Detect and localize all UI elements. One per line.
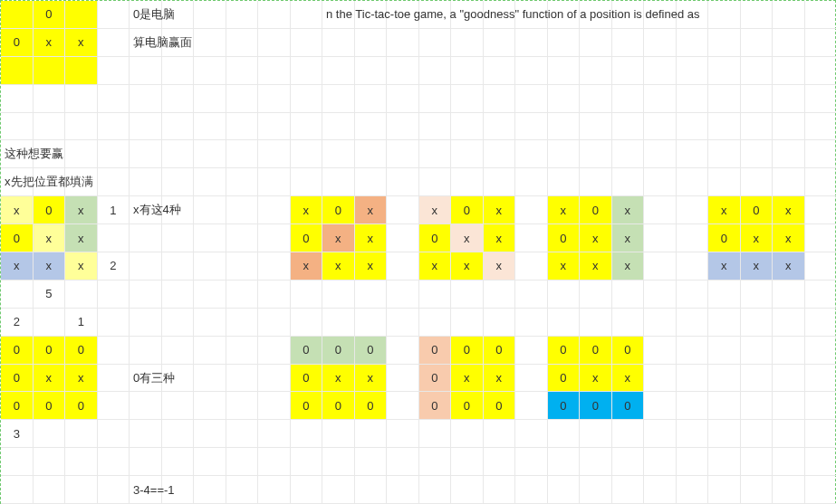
cell[interactable] — [258, 392, 291, 420]
cell[interactable] — [65, 113, 98, 141]
board-cell[interactable]: 0 — [484, 392, 516, 420]
cell[interactable] — [387, 140, 419, 168]
side-num[interactable]: 2 — [98, 252, 130, 281]
cell[interactable] — [98, 224, 130, 252]
board-cell[interactable]: x — [419, 196, 452, 224]
board-cell[interactable]: 0 — [1, 224, 34, 252]
cell[interactable] — [773, 140, 805, 168]
board-cell[interactable]: x — [65, 224, 98, 252]
board-cell[interactable]: x — [34, 224, 66, 252]
cell[interactable] — [65, 57, 98, 85]
cell[interactable] — [580, 57, 612, 85]
board-cell[interactable]: 0 — [484, 337, 516, 365]
cell[interactable] — [355, 140, 388, 168]
num-cell[interactable]: 1 — [65, 309, 98, 337]
board-cell[interactable]: 0 — [548, 224, 581, 252]
cell[interactable] — [580, 85, 612, 113]
cell[interactable] — [291, 113, 323, 141]
cell[interactable] — [258, 57, 291, 85]
cell[interactable] — [612, 420, 645, 448]
cell[interactable] — [548, 448, 581, 476]
board-cell[interactable]: x — [34, 365, 66, 393]
cell[interactable] — [580, 140, 612, 168]
board-cell[interactable]: 0 — [580, 337, 612, 365]
board-cell[interactable]: x — [773, 196, 805, 224]
cell[interactable] — [258, 85, 291, 113]
cell[interactable] — [1, 57, 34, 85]
board-cell[interactable]: x — [65, 365, 98, 393]
board-cell[interactable] — [65, 1, 98, 29]
board-cell[interactable]: 0 — [419, 392, 452, 420]
cell[interactable] — [1, 113, 34, 141]
cell[interactable] — [451, 168, 484, 196]
board-cell[interactable]: x — [548, 252, 581, 281]
cell[interactable] — [484, 281, 516, 309]
cell[interactable] — [515, 113, 548, 141]
cell[interactable] — [805, 57, 837, 85]
cell[interactable] — [322, 113, 355, 141]
cell[interactable] — [258, 29, 291, 57]
cell[interactable] — [355, 29, 388, 57]
cell[interactable] — [65, 140, 98, 168]
cell[interactable] — [515, 337, 548, 365]
board-cell[interactable]: 0 — [1, 337, 34, 365]
board-cell[interactable]: 0 — [291, 392, 323, 420]
board-cell[interactable]: 0 — [612, 337, 645, 365]
cell[interactable] — [387, 29, 419, 57]
cell[interactable] — [226, 1, 259, 29]
cell[interactable] — [612, 57, 645, 85]
cell[interactable] — [805, 281, 837, 309]
cell[interactable] — [355, 281, 388, 309]
cell[interactable] — [291, 420, 323, 448]
cell[interactable] — [162, 252, 195, 281]
cell[interactable] — [741, 140, 774, 168]
cell[interactable] — [773, 476, 805, 504]
cell[interactable] — [387, 224, 419, 252]
cell[interactable] — [34, 57, 66, 85]
cell[interactable] — [130, 140, 162, 168]
board-cell[interactable]: 0 — [34, 337, 66, 365]
cell[interactable] — [484, 140, 516, 168]
cell[interactable] — [226, 252, 259, 281]
cell[interactable] — [226, 85, 259, 113]
board-cell[interactable]: x — [580, 365, 612, 393]
cell[interactable] — [677, 196, 709, 224]
cell[interactable] — [130, 85, 162, 113]
cell[interactable] — [805, 420, 837, 448]
cell[interactable] — [805, 309, 837, 337]
cell[interactable] — [419, 168, 452, 196]
cell[interactable] — [419, 309, 452, 337]
cell[interactable] — [98, 476, 130, 504]
board-cell[interactable]: 0 — [1, 365, 34, 393]
label-zero-is-computer[interactable]: 0是电脑 — [130, 1, 162, 29]
board-cell[interactable]: x — [322, 365, 355, 393]
cell[interactable] — [226, 57, 259, 85]
cell[interactable] — [451, 57, 484, 85]
board-cell[interactable]: x — [1, 196, 34, 224]
board-cell[interactable]: 0 — [322, 392, 355, 420]
cell[interactable] — [805, 224, 837, 252]
board-cell[interactable]: x — [355, 224, 388, 252]
cell[interactable] — [451, 420, 484, 448]
cell[interactable] — [194, 281, 226, 309]
board-cell[interactable]: 0 — [65, 337, 98, 365]
cell[interactable] — [773, 168, 805, 196]
cell[interactable] — [258, 196, 291, 224]
cell[interactable] — [258, 309, 291, 337]
cell[interactable] — [741, 309, 774, 337]
cell[interactable] — [194, 252, 226, 281]
cell[interactable] — [805, 448, 837, 476]
cell[interactable] — [291, 476, 323, 504]
cell[interactable] — [258, 252, 291, 281]
cell[interactable] — [548, 420, 581, 448]
cell[interactable] — [708, 309, 741, 337]
cell[interactable] — [387, 365, 419, 393]
cell[interactable] — [194, 29, 226, 57]
cell[interactable] — [484, 476, 516, 504]
board-cell[interactable]: x — [484, 224, 516, 252]
cell[interactable] — [708, 281, 741, 309]
board-cell[interactable]: 0 — [419, 337, 452, 365]
cell[interactable] — [741, 420, 774, 448]
board-cell[interactable]: 0 — [708, 224, 741, 252]
board-cell[interactable]: 0 — [451, 196, 484, 224]
